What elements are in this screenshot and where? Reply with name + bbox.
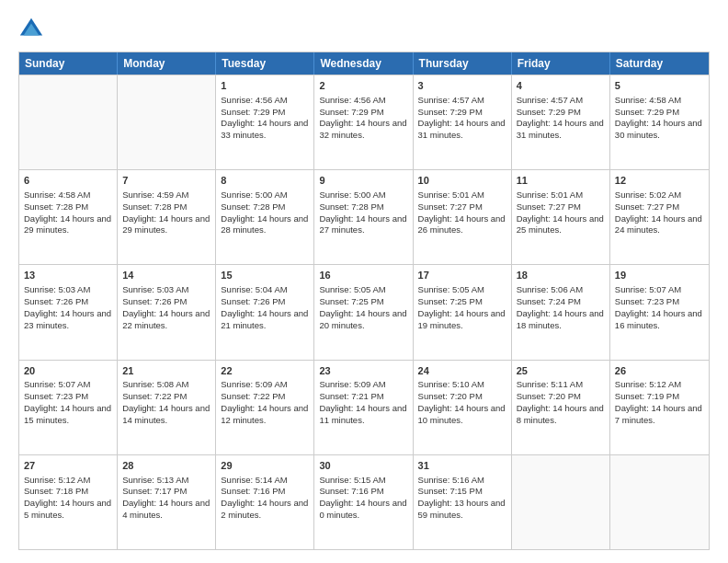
logo-icon — [18, 17, 44, 42]
sunrise-text: Sunrise: 5:03 AM — [122, 284, 188, 294]
calendar-cell — [118, 75, 216, 169]
sunrise-text: Sunrise: 5:14 AM — [221, 475, 287, 485]
daylight-text: Daylight: 14 hours and 8 minutes. — [517, 403, 604, 425]
daylight-text: Daylight: 14 hours and 20 minutes. — [319, 308, 406, 330]
daylight-text: Daylight: 14 hours and 14 minutes. — [122, 403, 210, 425]
calendar-body: 1Sunrise: 4:56 AMSunset: 7:29 PMDaylight… — [19, 75, 709, 549]
sunrise-text: Sunrise: 5:05 AM — [418, 284, 484, 294]
calendar-header-day: Saturday — [610, 52, 709, 75]
sunrise-text: Sunrise: 5:13 AM — [122, 475, 188, 485]
daylight-text: Daylight: 14 hours and 21 minutes. — [221, 308, 308, 330]
day-number: 12 — [615, 174, 704, 188]
sunset-text: Sunset: 7:15 PM — [418, 486, 483, 496]
calendar-cell: 23Sunrise: 5:09 AMSunset: 7:21 PMDayligh… — [314, 361, 413, 454]
sunrise-text: Sunrise: 5:12 AM — [615, 379, 681, 389]
logo — [18, 17, 48, 42]
daylight-text: Daylight: 14 hours and 16 minutes. — [615, 308, 702, 330]
sunset-text: Sunset: 7:28 PM — [122, 201, 187, 212]
sunset-text: Sunset: 7:28 PM — [221, 201, 285, 212]
day-number: 3 — [418, 79, 506, 93]
calendar-cell: 15Sunrise: 5:04 AMSunset: 7:26 PMDayligh… — [216, 265, 314, 359]
daylight-text: Daylight: 14 hours and 23 minutes. — [24, 308, 111, 330]
daylight-text: Daylight: 14 hours and 19 minutes. — [418, 308, 506, 330]
calendar-cell — [512, 455, 610, 549]
day-number: 27 — [24, 459, 112, 473]
calendar-cell: 30Sunrise: 5:15 AMSunset: 7:16 PMDayligh… — [314, 455, 413, 549]
day-number: 7 — [122, 174, 210, 188]
calendar-cell: 2Sunrise: 4:56 AMSunset: 7:29 PMDaylight… — [314, 75, 413, 169]
sunset-text: Sunset: 7:29 PM — [319, 107, 383, 117]
calendar-cell: 9Sunrise: 5:00 AMSunset: 7:28 PMDaylight… — [314, 170, 413, 264]
sunset-text: Sunset: 7:26 PM — [24, 296, 88, 306]
sunset-text: Sunset: 7:26 PM — [221, 296, 285, 306]
sunrise-text: Sunrise: 5:01 AM — [517, 190, 583, 200]
sunset-text: Sunset: 7:26 PM — [122, 296, 187, 306]
daylight-text: Daylight: 14 hours and 24 minutes. — [615, 213, 702, 236]
sunrise-text: Sunrise: 4:56 AM — [221, 95, 287, 105]
sunset-text: Sunset: 7:27 PM — [517, 201, 581, 212]
sunrise-text: Sunrise: 5:07 AM — [615, 284, 681, 294]
sunset-text: Sunset: 7:20 PM — [517, 391, 581, 401]
day-number: 13 — [24, 269, 112, 282]
day-number: 4 — [517, 79, 605, 93]
day-number: 9 — [319, 174, 407, 188]
sunrise-text: Sunrise: 4:57 AM — [418, 95, 484, 105]
calendar-cell: 11Sunrise: 5:01 AMSunset: 7:27 PMDayligh… — [512, 170, 610, 264]
daylight-text: Daylight: 14 hours and 18 minutes. — [517, 308, 604, 330]
sunrise-text: Sunrise: 5:09 AM — [221, 379, 287, 389]
sunset-text: Sunset: 7:23 PM — [24, 391, 88, 401]
sunrise-text: Sunrise: 4:58 AM — [615, 95, 681, 105]
sunset-text: Sunset: 7:17 PM — [122, 486, 187, 496]
calendar-cell: 6Sunrise: 4:58 AMSunset: 7:28 PMDaylight… — [19, 170, 118, 264]
sunset-text: Sunset: 7:16 PM — [319, 486, 383, 496]
daylight-text: Daylight: 14 hours and 7 minutes. — [615, 403, 702, 425]
daylight-text: Daylight: 14 hours and 12 minutes. — [221, 403, 308, 425]
sunset-text: Sunset: 7:29 PM — [615, 107, 679, 117]
calendar-cell: 24Sunrise: 5:10 AMSunset: 7:20 PMDayligh… — [414, 361, 512, 454]
sunrise-text: Sunrise: 5:09 AM — [319, 379, 385, 389]
calendar-cell: 10Sunrise: 5:01 AMSunset: 7:27 PMDayligh… — [414, 170, 512, 264]
calendar-cell: 31Sunrise: 5:16 AMSunset: 7:15 PMDayligh… — [414, 455, 512, 549]
daylight-text: Daylight: 14 hours and 32 minutes. — [319, 118, 406, 140]
daylight-text: Daylight: 14 hours and 27 minutes. — [319, 213, 406, 236]
calendar-cell: 8Sunrise: 5:00 AMSunset: 7:28 PMDaylight… — [216, 170, 314, 264]
sunset-text: Sunset: 7:28 PM — [24, 201, 88, 212]
day-number: 31 — [418, 459, 506, 473]
calendar-cell: 27Sunrise: 5:12 AMSunset: 7:18 PMDayligh… — [19, 455, 118, 549]
day-number: 18 — [517, 269, 605, 282]
day-number: 22 — [221, 364, 309, 378]
day-number: 15 — [221, 269, 309, 282]
daylight-text: Daylight: 14 hours and 28 minutes. — [221, 213, 308, 236]
daylight-text: Daylight: 14 hours and 25 minutes. — [517, 213, 604, 236]
calendar-cell: 4Sunrise: 4:57 AMSunset: 7:29 PMDaylight… — [512, 75, 610, 169]
calendar-row: 13Sunrise: 5:03 AMSunset: 7:26 PMDayligh… — [19, 264, 709, 359]
daylight-text: Daylight: 14 hours and 29 minutes. — [122, 213, 210, 236]
calendar-cell: 29Sunrise: 5:14 AMSunset: 7:16 PMDayligh… — [216, 455, 314, 549]
sunset-text: Sunset: 7:25 PM — [319, 296, 383, 306]
calendar-cell: 12Sunrise: 5:02 AMSunset: 7:27 PMDayligh… — [610, 170, 709, 264]
sunrise-text: Sunrise: 5:08 AM — [122, 379, 188, 389]
daylight-text: Daylight: 13 hours and 59 minutes. — [418, 498, 506, 520]
calendar-cell: 13Sunrise: 5:03 AMSunset: 7:26 PMDayligh… — [19, 265, 118, 359]
header — [18, 17, 710, 42]
sunset-text: Sunset: 7:23 PM — [615, 296, 679, 306]
calendar-row: 20Sunrise: 5:07 AMSunset: 7:23 PMDayligh… — [19, 360, 709, 454]
day-number: 26 — [615, 364, 704, 378]
sunset-text: Sunset: 7:25 PM — [418, 296, 483, 306]
day-number: 28 — [122, 459, 210, 473]
day-number: 14 — [122, 269, 210, 282]
day-number: 2 — [319, 79, 407, 93]
day-number: 16 — [319, 269, 407, 282]
day-number: 30 — [319, 459, 407, 473]
sunrise-text: Sunrise: 4:59 AM — [122, 190, 188, 200]
daylight-text: Daylight: 14 hours and 22 minutes. — [122, 308, 210, 330]
calendar-cell: 16Sunrise: 5:05 AMSunset: 7:25 PMDayligh… — [314, 265, 413, 359]
daylight-text: Daylight: 14 hours and 0 minutes. — [319, 498, 406, 520]
calendar-cell: 28Sunrise: 5:13 AMSunset: 7:17 PMDayligh… — [118, 455, 216, 549]
page: SundayMondayTuesdayWednesdayThursdayFrid… — [0, 0, 728, 563]
daylight-text: Daylight: 14 hours and 5 minutes. — [24, 498, 111, 520]
day-number: 19 — [615, 269, 704, 282]
day-number: 10 — [418, 174, 506, 188]
calendar-header-day: Monday — [118, 52, 216, 75]
sunset-text: Sunset: 7:22 PM — [221, 391, 285, 401]
